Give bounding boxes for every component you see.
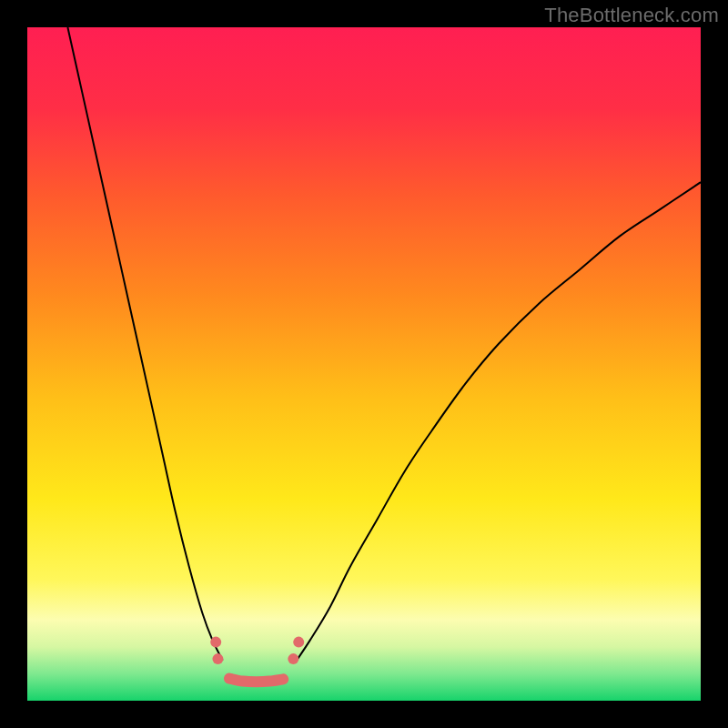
marker-left-dot-upper <box>210 637 221 648</box>
chart-svg <box>27 27 701 701</box>
plot-area <box>27 27 701 701</box>
outer-frame: TheBottleneck.com <box>0 0 728 728</box>
series-right-branch <box>297 182 701 660</box>
series-valley-floor <box>229 679 283 682</box>
series-left-branch <box>67 27 222 661</box>
marker-right-dot-upper <box>293 637 304 648</box>
marker-left-dot-lower <box>212 653 223 664</box>
marker-right-dot-lower <box>288 653 298 664</box>
watermark-text: TheBottleneck.com <box>544 4 719 27</box>
